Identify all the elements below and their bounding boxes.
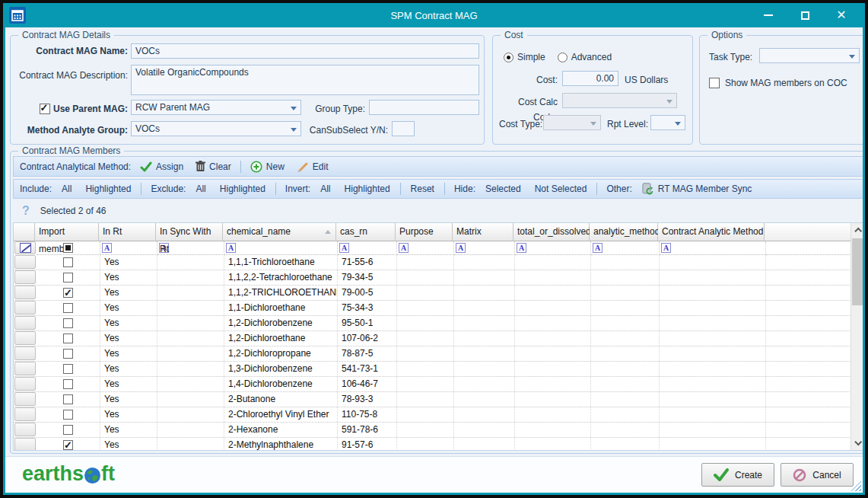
contract-mag-name-input[interactable]: VOCs	[131, 43, 479, 59]
letter-a-filter-icon[interactable]: A	[399, 243, 409, 253]
filter-action-rt-mag-member-sync[interactable]: RT MAG Member Sync	[635, 183, 759, 195]
filter-action-all[interactable]: All	[189, 184, 212, 194]
filter-cell-total-or-dissolved[interactable]: A	[515, 241, 591, 255]
import-member-checkbox[interactable]	[63, 379, 73, 389]
column-header-purpose[interactable]: Purpose	[396, 223, 453, 241]
table-row[interactable]: Yes2-Butanone78-93-3	[14, 392, 863, 407]
column-header-analytic-method[interactable]: analytic_method	[590, 223, 658, 241]
row-selector[interactable]	[14, 392, 36, 406]
filter-action-all[interactable]: All	[313, 184, 337, 194]
row-selector[interactable]	[14, 377, 36, 391]
letter-a-filter-icon[interactable]: A	[102, 243, 112, 253]
import-member-checkbox[interactable]	[63, 410, 73, 420]
import-member-checkbox[interactable]	[63, 364, 73, 374]
filter-cell-purpose[interactable]: A	[397, 241, 454, 255]
filter-cell-in-rt[interactable]: A	[100, 241, 157, 255]
scroll-up-button[interactable]	[851, 223, 863, 236]
cell-import-member[interactable]	[37, 346, 100, 361]
cell-import-member[interactable]	[37, 438, 100, 451]
task-type-dropdown[interactable]	[759, 48, 860, 63]
cell-import-member[interactable]	[37, 423, 100, 437]
import-member-checkbox[interactable]	[63, 273, 73, 283]
row-selector[interactable]	[14, 286, 36, 299]
row-selector[interactable]	[14, 438, 36, 451]
letter-a-filter-icon[interactable]: A	[661, 243, 671, 253]
column-header-contract-analytic-method[interactable]: Contract Analytic Method	[658, 223, 765, 241]
row-selector[interactable]	[14, 346, 36, 360]
parent-mag-dropdown[interactable]: RCW Parent MAG	[131, 100, 301, 115]
import-member-checkbox[interactable]	[63, 394, 73, 404]
scrollbar-thumb[interactable]	[852, 238, 863, 305]
create-button[interactable]: Create	[701, 463, 774, 487]
cell-import-member[interactable]	[37, 286, 100, 300]
import-member-checkbox[interactable]	[63, 349, 73, 359]
cell-import-member[interactable]	[37, 270, 100, 285]
row-selector-header[interactable]	[14, 223, 35, 241]
table-row[interactable]: Yes2-Methylnaphthalene91-57-6	[14, 438, 863, 451]
cell-import-member[interactable]	[37, 407, 100, 422]
import-member-checkbox[interactable]	[63, 334, 73, 343]
cost-simple-radio[interactable]: Simple	[504, 49, 545, 65]
column-header-in-sync-with-rt[interactable]: In Sync With Rt	[156, 223, 223, 241]
row-selector[interactable]	[14, 270, 36, 284]
filter-cell-matrix[interactable]: A	[454, 241, 515, 255]
contract-mag-description-input[interactable]: Volatile OrganicCompounds	[131, 65, 479, 95]
table-row[interactable]: Yes1,1,2,2-Tetrachloroethane79-34-5	[14, 270, 863, 286]
row-selector[interactable]	[14, 362, 36, 375]
minimize-button[interactable]	[763, 10, 774, 21]
clear-button[interactable]: Clear	[189, 157, 237, 176]
rpt-level-dropdown[interactable]	[650, 115, 685, 130]
table-row[interactable]: Yes1,2-Dichloropropane78-87-5	[14, 346, 863, 362]
table-row[interactable]: Yes1,1-Dichloroethane75-34-3	[14, 301, 863, 316]
resize-grip-icon[interactable]	[851, 480, 861, 491]
letter-a-filter-icon[interactable]: A	[456, 243, 466, 253]
table-row[interactable]: Yes1,3-Dichlorobenzene541-73-1	[14, 362, 863, 377]
use-parent-mag-checkbox[interactable]	[40, 104, 50, 114]
cancel-button[interactable]: Cancel	[781, 463, 854, 487]
row-selector[interactable]	[14, 316, 36, 330]
cost-input[interactable]: 0.00	[562, 71, 618, 86]
filter-action-not-selected[interactable]: Not Selected	[528, 184, 594, 194]
cost-advanced-radio[interactable]: Advanced	[558, 49, 612, 65]
filter-action-all[interactable]: All	[55, 184, 78, 194]
table-row[interactable]: Yes1,2-Dichlorobenzene95-50-1	[14, 316, 863, 331]
cell-import-member[interactable]	[37, 377, 100, 391]
cansubselect-input[interactable]	[392, 121, 415, 136]
filter-cell-analytic-method[interactable]: A	[591, 241, 660, 255]
table-row[interactable]: Yes2-Chloroethyl Vinyl Ether110-75-8	[14, 407, 863, 423]
cell-import-member[interactable]	[37, 331, 100, 346]
vertical-scrollbar[interactable]	[851, 223, 863, 450]
column-header-matrix[interactable]: Matrix	[453, 223, 513, 241]
title-bar[interactable]: SPM Contract MAG ✕	[3, 3, 865, 27]
scroll-down-button[interactable]	[851, 437, 863, 450]
column-header-cas-rn[interactable]: cas_rn	[336, 223, 396, 241]
column-header-chemical-name[interactable]: chemical_name	[223, 223, 336, 241]
letter-a-filter-icon[interactable]: A	[226, 243, 236, 253]
letter-a-filter-icon[interactable]: A	[517, 243, 526, 253]
import-member-checkbox[interactable]	[63, 425, 73, 435]
cell-import-member[interactable]	[37, 362, 100, 376]
table-row[interactable]: Yes1,2-Dichloroethane107-06-2	[14, 331, 863, 346]
show-mag-on-coc-checkbox[interactable]: Show MAG members on COC	[709, 75, 847, 91]
select-all-checkbox[interactable]	[63, 243, 73, 253]
row-selector[interactable]	[14, 331, 36, 345]
filter-action-selected[interactable]: Selected	[479, 184, 528, 194]
letter-a-filter-icon[interactable]: A	[593, 243, 603, 253]
import-member-checkbox[interactable]	[63, 303, 73, 313]
table-row[interactable]: Yes1,1,1-Trichloroethane71-55-6	[14, 255, 863, 270]
new-button[interactable]: New	[244, 157, 291, 176]
filter-cell-contract-analytic-method[interactable]: A	[660, 241, 766, 255]
column-header-in-rt[interactable]: In Rt	[99, 223, 156, 241]
question-mark-icon[interactable]: ?	[22, 204, 30, 218]
table-row[interactable]: Yes2-Hexanone591-78-6	[14, 423, 863, 438]
filter-action-reset[interactable]: Reset	[404, 184, 441, 194]
cell-import-member[interactable]	[37, 316, 100, 330]
cost-calc-code-dropdown[interactable]	[562, 93, 677, 108]
filter-cell-cas-rn[interactable]: A	[338, 241, 397, 255]
row-selector[interactable]	[14, 301, 36, 314]
row-selector[interactable]	[14, 423, 36, 436]
group-type-input[interactable]	[369, 100, 479, 115]
filter-action-highlighted[interactable]: Highlighted	[78, 184, 138, 194]
assign-button[interactable]: Assign	[134, 157, 189, 176]
import-member-checkbox[interactable]	[63, 318, 73, 328]
